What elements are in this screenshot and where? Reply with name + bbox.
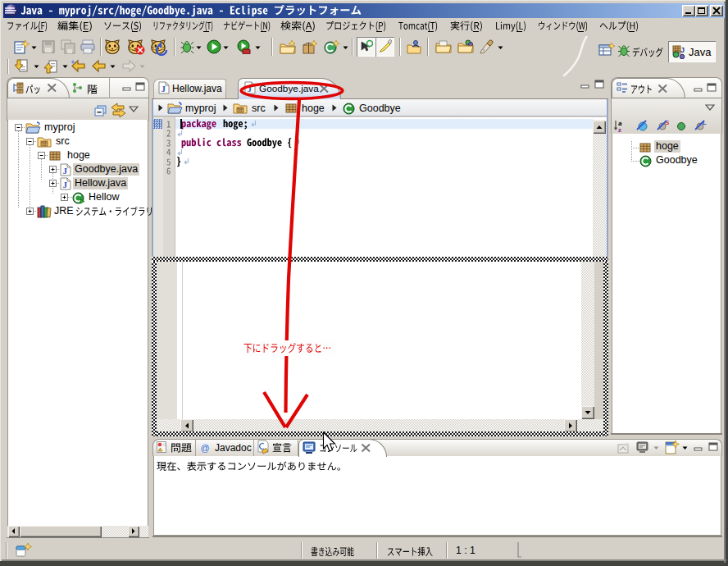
- svg-text:J: J: [63, 180, 68, 189]
- svg-text:J: J: [63, 166, 68, 176]
- svg-text:@: @: [201, 443, 210, 453]
- svg-text:J: J: [162, 84, 166, 94]
- svg-text:J: J: [680, 46, 685, 54]
- svg-text:z: z: [618, 126, 621, 134]
